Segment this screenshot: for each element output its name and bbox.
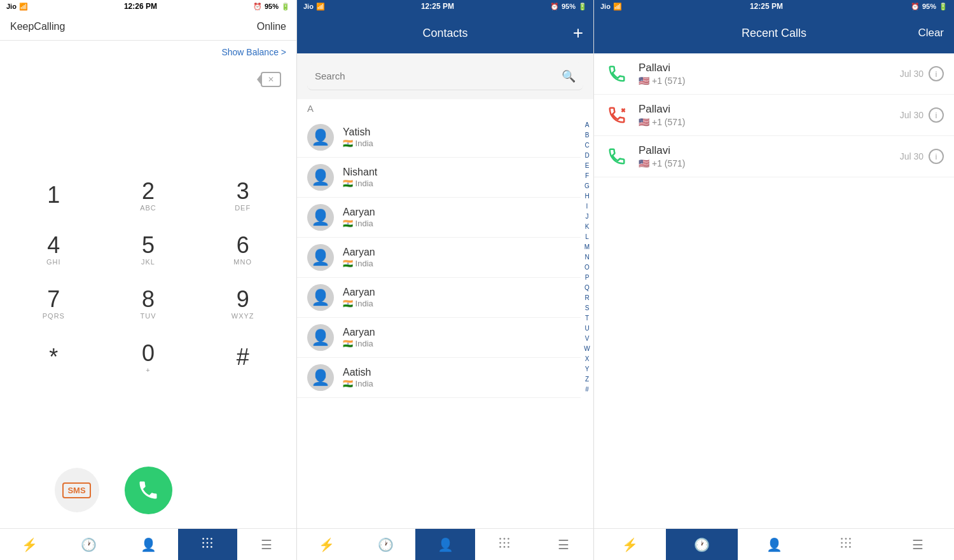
svg-point-26 xyxy=(841,546,843,548)
svg-point-6 xyxy=(202,546,204,548)
dial-key-7[interactable]: 7PQRS xyxy=(6,277,101,331)
contacts-nav-recent[interactable]: 🕐 xyxy=(356,529,415,560)
phone-online-status: Online xyxy=(257,21,286,32)
dial-key-3[interactable]: 3DEF xyxy=(195,169,290,223)
call-button[interactable] xyxy=(125,467,172,514)
clear-button[interactable]: Clear xyxy=(918,27,944,39)
contacts-nav-dialpad[interactable] xyxy=(475,529,534,560)
contact-name: Yatish xyxy=(343,126,373,138)
add-contact-button[interactable]: + xyxy=(573,23,583,43)
call-info-button-1[interactable]: i xyxy=(929,66,944,81)
phone-nav-dialpad[interactable] xyxy=(178,529,237,560)
phone-nav-contacts[interactable]: 👤 xyxy=(118,529,177,560)
call-type-icon-3 xyxy=(604,144,630,169)
contacts-list-wrapper: 👤 Yatish 🇮🇳 India 👤 Nishant 🇮🇳 India 👤 A… xyxy=(297,118,593,528)
recent-nav-menu[interactable]: ☰ xyxy=(882,529,954,560)
contact-avatar: 👤 xyxy=(307,364,334,391)
phone-battery-icon: 🔋 xyxy=(281,3,290,11)
phone-status-right: ⏰ 95% 🔋 xyxy=(253,3,290,11)
contact-country: 🇮🇳 India xyxy=(343,259,375,268)
contact-item-aaryan-1[interactable]: 👤 Aaryan 🇮🇳 India xyxy=(297,198,581,238)
call-info-button-2[interactable]: i xyxy=(929,107,944,123)
contact-item-aaryan-2[interactable]: 👤 Aaryan 🇮🇳 India xyxy=(297,238,581,278)
recent-time: 12:25 PM xyxy=(750,2,783,11)
phone-carrier: Jio xyxy=(6,3,17,10)
recent-wifi-icon: 📶 xyxy=(613,3,622,11)
dial-key-hash[interactable]: # xyxy=(195,331,290,385)
recent-nav-recent[interactable]: 🕐 xyxy=(666,529,738,560)
contact-avatar: 👤 xyxy=(307,244,334,271)
phone-bottom-nav: ⚡ 🕐 👤 ☰ xyxy=(0,528,296,560)
dial-key-6[interactable]: 6MNO xyxy=(195,223,290,277)
recent-nav-flash[interactable]: ⚡ xyxy=(594,529,666,560)
svg-point-17 xyxy=(508,546,509,548)
clock-icon: 🕐 xyxy=(81,537,97,552)
call-number-1: 🇺🇸 +1 (571) xyxy=(639,76,900,86)
svg-point-3 xyxy=(202,542,204,544)
contact-item-yatish[interactable]: 👤 Yatish 🇮🇳 India xyxy=(297,118,581,158)
phone-call-icon xyxy=(137,479,160,502)
phone-nav-recent[interactable]: 🕐 xyxy=(59,529,118,560)
phone-app-name: KeepCalling xyxy=(10,21,65,32)
recent-alarm-icon: ⏰ xyxy=(911,3,920,11)
recent-nav-contacts[interactable]: 👤 xyxy=(738,529,810,560)
svg-point-4 xyxy=(207,542,209,544)
svg-point-14 xyxy=(508,542,509,544)
dial-key-2[interactable]: 2ABC xyxy=(101,169,196,223)
contacts-nav-contacts[interactable]: 👤 xyxy=(415,529,474,560)
backspace-button[interactable]: ✕ xyxy=(258,67,284,92)
contacts-panel: Jio 📶 12:25 PM ⏰ 95% 🔋 Contacts + 🔍 A 👤 … xyxy=(297,0,594,560)
call-item-1[interactable]: Pallavi 🇺🇸 +1 (571) Jul 30 i xyxy=(594,53,954,95)
call-item-3[interactable]: Pallavi 🇺🇸 +1 (571) Jul 30 i xyxy=(594,136,954,177)
contact-name: Aaryan xyxy=(343,207,375,218)
contact-country: 🇮🇳 India xyxy=(343,379,373,388)
contact-avatar: 👤 xyxy=(307,324,334,351)
dialpad-icon xyxy=(839,536,853,553)
phone-nav-menu[interactable]: ☰ xyxy=(237,529,296,560)
recent-carrier: Jio xyxy=(600,3,611,10)
call-meta-2: Jul 30 i xyxy=(900,107,944,123)
contact-name: Aatish xyxy=(343,367,373,378)
show-balance-link[interactable]: Show Balance > xyxy=(0,41,296,64)
contact-item-nishant[interactable]: 👤 Nishant 🇮🇳 India xyxy=(297,158,581,198)
contact-avatar: 👤 xyxy=(307,124,334,151)
phone-alarm-icon: ⏰ xyxy=(253,3,262,11)
contacts-list: 👤 Yatish 🇮🇳 India 👤 Nishant 🇮🇳 India 👤 A… xyxy=(297,118,581,528)
svg-point-22 xyxy=(849,538,851,540)
contact-item-aatish[interactable]: 👤 Aatish 🇮🇳 India xyxy=(297,358,581,398)
person-icon: 👤 xyxy=(141,537,156,552)
alphabet-index[interactable]: ABC DEF GHI JKL MNO PQR STU VWX YZ# xyxy=(581,118,593,528)
dial-key-4[interactable]: 4GHI xyxy=(6,223,101,277)
svg-point-28 xyxy=(849,546,851,548)
contact-item-aaryan-4[interactable]: 👤 Aaryan 🇮🇳 India xyxy=(297,318,581,358)
phone-status-left: Jio 📶 xyxy=(6,3,28,11)
contact-name: Nishant xyxy=(343,167,377,178)
contacts-nav-flash[interactable]: ⚡ xyxy=(297,529,356,560)
svg-point-11 xyxy=(508,538,509,540)
contacts-nav-menu[interactable]: ☰ xyxy=(534,529,593,560)
dial-key-5[interactable]: 5JKL xyxy=(101,223,196,277)
svg-point-16 xyxy=(504,546,506,548)
phone-time: 12:26 PM xyxy=(124,2,157,11)
contact-item-aaryan-3[interactable]: 👤 Aaryan 🇮🇳 India xyxy=(297,278,581,318)
dial-key-0[interactable]: 0+ xyxy=(101,331,196,385)
search-input[interactable] xyxy=(315,71,562,81)
svg-point-8 xyxy=(211,546,212,548)
recent-nav-dialpad[interactable] xyxy=(810,529,882,560)
dial-key-9[interactable]: 9WXYZ xyxy=(195,277,290,331)
recent-calls-title: Recent Calls xyxy=(742,27,806,40)
dial-key-star[interactable]: * xyxy=(6,331,101,385)
phone-nav-flash[interactable]: ⚡ xyxy=(0,529,59,560)
dial-key-8[interactable]: 8TUV xyxy=(101,277,196,331)
svg-point-0 xyxy=(202,538,204,540)
svg-point-10 xyxy=(504,538,506,540)
clock-icon: 🕐 xyxy=(378,537,394,552)
sms-button[interactable]: SMS xyxy=(55,468,99,512)
flash-icon: ⚡ xyxy=(319,537,335,552)
call-item-2[interactable]: Pallavi 🇺🇸 +1 (571) Jul 30 i xyxy=(594,95,954,136)
contacts-battery: 95% xyxy=(562,3,576,10)
dial-key-1[interactable]: 1 xyxy=(6,169,101,223)
call-info-button-3[interactable]: i xyxy=(929,149,944,164)
svg-point-5 xyxy=(211,542,212,544)
clock-icon: 🕐 xyxy=(694,537,710,552)
